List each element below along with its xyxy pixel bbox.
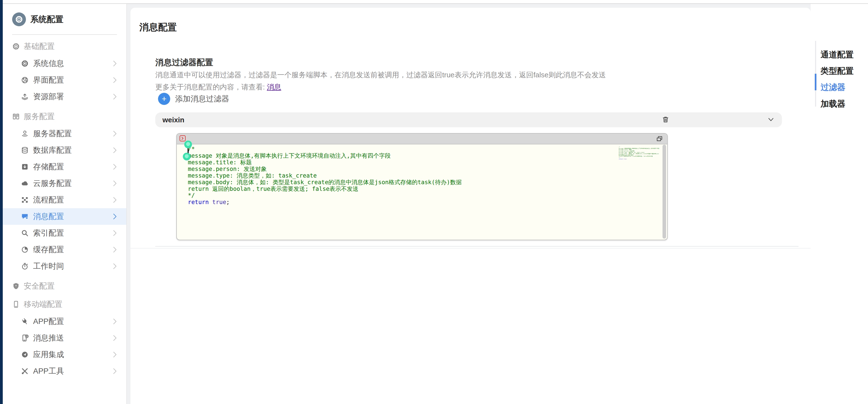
sidebar-item[interactable]: 资源部署 bbox=[3, 88, 126, 105]
sidebar-section-label: 基础配置 bbox=[24, 41, 55, 52]
code-line: message.type: 消息类型，如: task_create bbox=[188, 172, 662, 179]
sidebar-item[interactable]: APP工具 bbox=[3, 363, 126, 379]
sidebar-item[interactable]: 消息推送 bbox=[3, 330, 126, 346]
mobile-icon bbox=[12, 300, 20, 308]
cache-icon bbox=[21, 246, 29, 254]
sidebar-item[interactable]: 流程配置 bbox=[3, 192, 126, 208]
sidebar-item[interactable]: 存储配置 bbox=[3, 158, 126, 175]
chevron-right-icon bbox=[111, 367, 119, 375]
sidebar-item[interactable]: 应用集成 bbox=[3, 346, 126, 363]
section-title: 消息过滤器配置 bbox=[155, 57, 213, 68]
shield-icon bbox=[12, 282, 20, 290]
sidebar-item[interactable]: APP配置 bbox=[3, 313, 126, 330]
code-line: message 对象是消息体,有脚本执行上下文环境环境自动注入,其中有四个字段 bbox=[188, 152, 662, 159]
code-editor[interactable]: /*message 对象是消息体,有脚本执行上下文环境环境自动注入,其中有四个字… bbox=[176, 133, 668, 240]
anchor-item[interactable]: 加载器 bbox=[820, 98, 845, 110]
code-line: message.person: 发送对象 bbox=[188, 166, 662, 172]
anchor-item[interactable]: 通道配置 bbox=[820, 49, 854, 60]
app-window: 系统配置 基础配置系统信息界面配置资源部署服务配置服务器配置数据库配置存储配置云… bbox=[0, 0, 868, 404]
top-band bbox=[3, 0, 868, 4]
sidebar-item[interactable]: 缓存配置 bbox=[3, 241, 126, 258]
code-line: /* bbox=[188, 146, 662, 152]
sidebar-divider bbox=[12, 34, 117, 35]
anchor-item[interactable]: 类型配置 bbox=[820, 65, 854, 77]
app-title: 系统配置 bbox=[30, 14, 63, 25]
message-doc-link[interactable]: 消息 bbox=[267, 83, 281, 91]
plug-icon bbox=[21, 318, 29, 325]
chevron-right-icon bbox=[111, 229, 119, 237]
page-title: 消息配置 bbox=[139, 21, 177, 34]
sidebar-item[interactable]: 系统信息 bbox=[3, 55, 126, 72]
chevron-right-icon bbox=[111, 351, 119, 358]
more-info-text: 更多关于消息配置的内容，请查看: bbox=[155, 83, 267, 91]
code-line: message.title: 标题 bbox=[188, 159, 662, 166]
deploy-icon bbox=[21, 93, 29, 100]
selection-handle-bottom-icon[interactable] bbox=[183, 153, 191, 161]
sidebar-section-label: 服务配置 bbox=[24, 111, 55, 122]
section-description: 消息通道中可以使用过滤器，过滤器是一个服务端脚本，在消息发送前被调用，过滤器返回… bbox=[155, 70, 606, 80]
tools-icon bbox=[21, 367, 29, 375]
sidebar-item[interactable]: 工作时间 bbox=[3, 258, 126, 275]
sidebar-section: 移动端配置APP配置消息推送应用集成APP工具 bbox=[3, 298, 126, 379]
sidebar-item-label: 流程配置 bbox=[33, 195, 64, 205]
search-icon bbox=[21, 229, 29, 237]
sidebar-section-header: 服务配置 bbox=[3, 110, 126, 123]
sidebar-item-label: 云服务配置 bbox=[33, 178, 72, 189]
sidebar-section-label: 安全配置 bbox=[24, 281, 55, 291]
plus-icon[interactable]: + bbox=[158, 93, 170, 105]
editor-scrollbar[interactable] bbox=[662, 145, 666, 238]
editor-header bbox=[177, 134, 667, 144]
sidebar-item-label: 索引配置 bbox=[33, 228, 64, 238]
filter-panel-header[interactable]: weixin bbox=[155, 112, 782, 127]
sidebar-item[interactable]: 服务器配置 bbox=[3, 125, 126, 142]
sidebar-section: 基础配置系统信息界面配置资源部署 bbox=[3, 40, 126, 105]
anchor-rail-active bbox=[815, 74, 816, 90]
sidebar-item[interactable]: 界面配置 bbox=[3, 72, 126, 88]
section-description-more: 更多关于消息配置的内容，请查看: 消息 bbox=[155, 82, 281, 92]
chevron-down-icon[interactable] bbox=[768, 116, 774, 123]
code-line: return 返回的boolan，true表示需要发送; false表示不发送 bbox=[188, 185, 662, 192]
selection-handle-top-icon[interactable] bbox=[184, 141, 192, 148]
filter-name: weixin bbox=[162, 116, 184, 124]
sidebar-section: 服务配置服务器配置数据库配置存储配置云服务配置流程配置消息配置索引配置缓存配置工… bbox=[3, 110, 126, 275]
chevron-right-icon bbox=[111, 163, 119, 171]
content-card: 消息配置 消息过滤器配置 消息通道中可以使用过滤器，过滤器是一个服务端脚本，在消… bbox=[130, 8, 811, 404]
left-edge-strip bbox=[0, 0, 3, 404]
sidebar-item-label: 服务器配置 bbox=[33, 128, 72, 139]
anchor-item[interactable]: 过滤器 bbox=[820, 82, 845, 93]
sidebar-item[interactable]: 索引配置 bbox=[3, 225, 126, 241]
servers-icon bbox=[12, 113, 20, 120]
run-icon[interactable] bbox=[180, 135, 186, 141]
sidebar-section-header: 安全配置 bbox=[3, 280, 126, 293]
sidebar-section-header: 移动端配置 bbox=[3, 298, 126, 311]
flow-icon bbox=[21, 196, 29, 204]
code-content[interactable]: /*message 对象是消息体,有脚本执行上下文环境环境自动注入,其中有四个字… bbox=[177, 144, 662, 240]
code-line: */ bbox=[188, 192, 662, 199]
chevron-right-icon bbox=[111, 213, 119, 220]
chevron-right-icon bbox=[111, 93, 119, 100]
sidebar-section-header: 基础配置 bbox=[3, 40, 126, 53]
code-line: return true; bbox=[188, 199, 662, 205]
copy-icon[interactable] bbox=[656, 136, 663, 142]
sidebar: 系统配置 基础配置系统信息界面配置资源部署服务配置服务器配置数据库配置存储配置云… bbox=[3, 4, 127, 404]
anchor-nav: 通道配置类型配置过滤器加载器 bbox=[811, 4, 868, 404]
gear-icon bbox=[12, 42, 20, 50]
chevron-right-icon bbox=[111, 334, 119, 342]
chevron-right-icon bbox=[111, 318, 119, 325]
stopwatch-icon bbox=[21, 262, 29, 270]
sidebar-item-label: 消息配置 bbox=[33, 211, 64, 222]
chevron-right-icon bbox=[111, 76, 119, 84]
trash-icon[interactable] bbox=[662, 116, 670, 123]
gear-icon bbox=[21, 60, 29, 67]
sidebar-item[interactable]: 消息配置 bbox=[3, 208, 126, 225]
chevron-right-icon bbox=[111, 246, 119, 254]
sidebar-item[interactable]: 数据库配置 bbox=[3, 142, 126, 158]
sidebar-item-label: 数据库配置 bbox=[33, 145, 72, 155]
section-divider bbox=[155, 246, 799, 247]
sidebar-item-label: APP配置 bbox=[33, 316, 64, 327]
sidebar-item[interactable]: 云服务配置 bbox=[3, 175, 126, 192]
add-filter-button[interactable]: + 添加消息过滤器 bbox=[158, 91, 229, 107]
message-icon bbox=[21, 213, 29, 220]
sidebar-item-label: 界面配置 bbox=[33, 75, 64, 85]
chevron-right-icon bbox=[111, 60, 119, 67]
